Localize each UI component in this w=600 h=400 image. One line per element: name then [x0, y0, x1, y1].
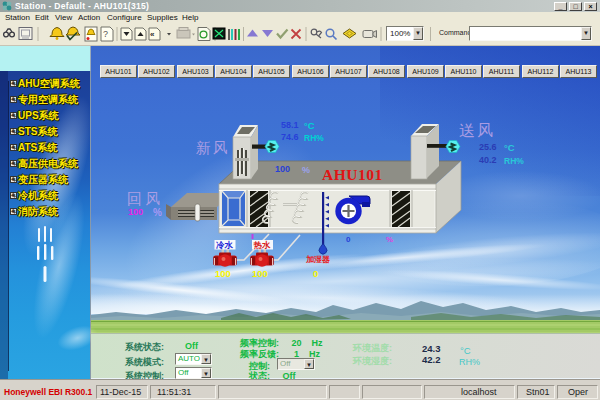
svg-text:74.6: 74.6: [281, 132, 299, 142]
svg-text:?: ?: [103, 29, 108, 39]
svg-text:100: 100: [128, 207, 143, 217]
svg-text:0: 0: [346, 235, 351, 244]
svg-text:回风: 回风: [127, 190, 163, 207]
svg-text:加湿器: 加湿器: [305, 255, 330, 264]
svg-text:AHU101: AHU101: [322, 166, 383, 183]
svg-text:新风: 新风: [196, 139, 229, 156]
svg-text:%: %: [386, 235, 393, 244]
svg-text:RH%: RH%: [504, 156, 524, 166]
svg-text:送风: 送风: [459, 122, 495, 139]
svg-text:%: %: [153, 207, 162, 218]
svg-text:25.6: 25.6: [479, 142, 497, 152]
svg-text:100: 100: [275, 164, 290, 174]
svg-text:«: «: [150, 30, 155, 39]
svg-text:0: 0: [313, 268, 318, 279]
svg-text:°C: °C: [304, 120, 315, 131]
svg-text:冷水: 冷水: [216, 240, 234, 250]
svg-text:°C: °C: [504, 142, 515, 153]
svg-text:热水: 热水: [253, 240, 272, 250]
svg-text:58.1: 58.1: [281, 120, 299, 130]
svg-text:40.2: 40.2: [479, 155, 497, 165]
svg-text:%: %: [302, 165, 310, 175]
svg-text:100: 100: [252, 268, 268, 279]
svg-text:RH%: RH%: [304, 133, 324, 143]
svg-text:100: 100: [215, 268, 231, 279]
